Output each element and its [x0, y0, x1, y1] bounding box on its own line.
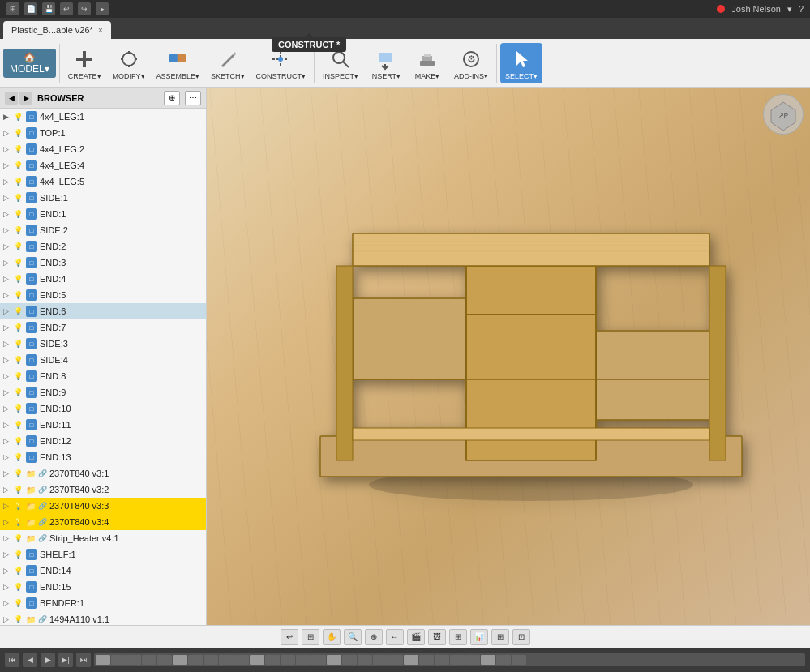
- eye-icon[interactable]: 💡: [14, 145, 24, 153]
- eye-icon[interactable]: 💡: [14, 161, 24, 169]
- create-button[interactable]: CREATE▾: [63, 43, 106, 83]
- browser-item[interactable]: ▷💡□END:11: [0, 417, 206, 433]
- browser-item[interactable]: ▷💡□TOP:1: [0, 125, 206, 141]
- timeline-tick[interactable]: [173, 655, 187, 665]
- browser-item[interactable]: ▷💡📁🔗2370T840 v3:3: [0, 498, 206, 514]
- browser-more-button[interactable]: ⋯: [185, 91, 201, 105]
- timeline-tick[interactable]: [219, 655, 234, 665]
- expand-arrow-icon[interactable]: ▷: [3, 145, 11, 153]
- eye-icon[interactable]: 💡: [14, 599, 24, 607]
- browser-search-button[interactable]: ⊕: [164, 91, 180, 105]
- timeline-tick[interactable]: [157, 655, 172, 665]
- timeline-tick[interactable]: [281, 655, 295, 665]
- timeline-tick[interactable]: [296, 655, 311, 665]
- expand-arrow-icon[interactable]: ▶: [3, 113, 11, 121]
- eye-icon[interactable]: 💡: [14, 210, 24, 218]
- expand-arrow-icon[interactable]: ▷: [3, 518, 11, 526]
- timeline-tick[interactable]: [111, 655, 126, 665]
- expand-arrow-icon[interactable]: ▷: [3, 242, 11, 250]
- browser-item[interactable]: ▷💡📁🔗2370T840 v3:1: [0, 465, 206, 482]
- timeline-tick[interactable]: [435, 655, 449, 665]
- eye-icon[interactable]: 💡: [14, 502, 24, 510]
- grid-icon[interactable]: ⊞: [6, 2, 19, 15]
- eye-icon[interactable]: 💡: [14, 469, 24, 477]
- timeline-tick[interactable]: [481, 655, 495, 665]
- user-dropdown-icon[interactable]: ▾: [787, 4, 792, 15]
- browser-item[interactable]: ▶💡□4x4_LEG:1: [0, 109, 206, 125]
- eye-icon[interactable]: 💡: [14, 615, 24, 623]
- make-button[interactable]: MAKE▾: [407, 43, 448, 83]
- timeline-tick[interactable]: [342, 655, 357, 665]
- file-icon[interactable]: 📄: [24, 2, 37, 15]
- expand-arrow-icon[interactable]: ▷: [3, 421, 11, 429]
- eye-icon[interactable]: 💡: [14, 518, 24, 526]
- eye-icon[interactable]: 💡: [14, 178, 24, 186]
- timeline-next-button[interactable]: ▶|: [58, 653, 73, 667]
- expand-arrow-icon[interactable]: ▷: [3, 404, 11, 413]
- timeline-tick[interactable]: [188, 655, 203, 665]
- timeline-tick[interactable]: [388, 655, 403, 665]
- browser-item[interactable]: ▷💡□BENDER:1: [0, 595, 206, 611]
- expand-arrow-icon[interactable]: ▷: [3, 372, 11, 380]
- eye-icon[interactable]: 💡: [14, 486, 24, 494]
- expand-arrow-icon[interactable]: ▷: [3, 291, 11, 299]
- browser-item[interactable]: ▷💡□END:3: [0, 255, 206, 271]
- file-tab[interactable]: Plastic_B...able v26* ×: [3, 21, 111, 39]
- select-button[interactable]: SELECT▾: [500, 43, 542, 83]
- timeline-tick[interactable]: [404, 655, 418, 665]
- eye-icon[interactable]: 💡: [14, 259, 24, 267]
- browser-item[interactable]: ▷💡□END:5: [0, 287, 206, 303]
- expand-arrow-icon[interactable]: ▷: [3, 599, 11, 607]
- eye-icon[interactable]: 💡: [14, 113, 24, 121]
- timeline-tick[interactable]: [96, 655, 110, 665]
- timeline-tick[interactable]: [358, 655, 372, 665]
- expand-arrow-icon[interactable]: ▷: [3, 178, 11, 186]
- model-button[interactable]: 🏠 MODEL▾: [3, 49, 56, 78]
- eye-icon[interactable]: 💡: [14, 226, 24, 234]
- stats-button[interactable]: 📊: [470, 629, 488, 645]
- browser-item[interactable]: ▷💡□END:4: [0, 271, 206, 287]
- record-button[interactable]: [717, 5, 725, 13]
- visual-style-button[interactable]: 🖼: [428, 629, 446, 645]
- eye-icon[interactable]: 💡: [14, 567, 24, 575]
- expand-arrow-icon[interactable]: ▷: [3, 534, 11, 542]
- browser-item[interactable]: ▷💡□END:8: [0, 368, 206, 384]
- eye-icon[interactable]: 💡: [14, 437, 24, 445]
- grid-button[interactable]: ⊞: [449, 629, 467, 645]
- pan-button[interactable]: ✋: [323, 629, 341, 645]
- undo-icon[interactable]: ↩: [60, 2, 73, 15]
- expand-arrow-icon[interactable]: ▷: [3, 129, 11, 137]
- eye-icon[interactable]: 💡: [14, 356, 24, 364]
- eye-icon[interactable]: 💡: [14, 404, 24, 413]
- inspect-button[interactable]: INSPECT▾: [318, 43, 363, 83]
- expand-arrow-icon[interactable]: ▷: [3, 550, 11, 559]
- expand-arrow-icon[interactable]: ▷: [3, 583, 11, 591]
- browser-item[interactable]: ▷💡□END:7: [0, 319, 206, 336]
- expand-arrow-icon[interactable]: ▷: [3, 453, 11, 461]
- user-name[interactable]: Josh Nelson: [731, 4, 781, 14]
- expand-arrow-icon[interactable]: ▷: [3, 340, 11, 348]
- timeline-tick[interactable]: [512, 655, 526, 665]
- browser-item[interactable]: ▷💡□SIDE:3: [0, 336, 206, 352]
- browser-back-button[interactable]: ◀: [5, 92, 18, 105]
- timeline-tick[interactable]: [234, 655, 249, 665]
- expand-arrow-icon[interactable]: ▷: [3, 161, 11, 169]
- eye-icon[interactable]: 💡: [14, 340, 24, 348]
- timeline-tick[interactable]: [204, 655, 218, 665]
- expand-arrow-icon[interactable]: ▷: [3, 226, 11, 234]
- expand-arrow-icon[interactable]: ▷: [3, 194, 11, 202]
- view-cube[interactable]: ↗P: [763, 94, 804, 135]
- browser-item[interactable]: ▷💡□END:13: [0, 449, 206, 465]
- browser-item[interactable]: ▷💡□SIDE:2: [0, 222, 206, 238]
- browser-item[interactable]: ▷💡□END:15: [0, 579, 206, 595]
- browser-item[interactable]: ▷💡□SHELF:1: [0, 546, 206, 563]
- browser-item[interactable]: ▷💡□SIDE:1: [0, 190, 206, 206]
- browser-item[interactable]: ▷💡□END:10: [0, 400, 206, 417]
- eye-icon[interactable]: 💡: [14, 534, 24, 542]
- expand-arrow-icon[interactable]: ▷: [3, 486, 11, 494]
- browser-item[interactable]: ▷💡□SIDE:4: [0, 352, 206, 368]
- zoom-fit-button[interactable]: ⊕: [365, 629, 383, 645]
- expand-arrow-icon[interactable]: ▷: [3, 356, 11, 364]
- timeline-tick[interactable]: [311, 655, 326, 665]
- browser-item[interactable]: ▷💡□END:6: [0, 303, 206, 319]
